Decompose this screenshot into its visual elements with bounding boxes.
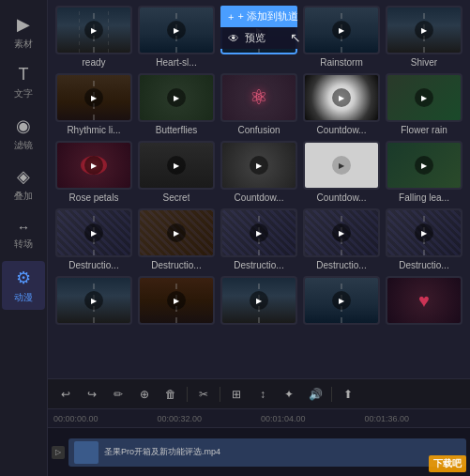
star-button[interactable]: ✦ [279, 384, 299, 405]
thumb-countdown3[interactable]: ▶ Countdow... [303, 141, 380, 203]
divider3 [331, 387, 332, 402]
thumb-destruction1[interactable]: ▶ Destructio... [55, 208, 132, 270]
thumb-label-secret: Secret [163, 192, 190, 203]
sidebar-item-transition[interactable]: ↔ 转场 [2, 210, 45, 259]
track-thumbnail [74, 441, 99, 464]
play-icon: ▶ [84, 291, 103, 310]
delete-button[interactable]: 🗑 [160, 384, 181, 405]
audio-button[interactable]: 🔊 [305, 384, 326, 405]
sidebar-item-text[interactable]: T 文字 [2, 58, 45, 107]
thumb-butterflies[interactable]: ▶ Butterflies [138, 73, 215, 135]
timeline-track: ▷ 圣果Pro开箱及新功能评选.mp4 [48, 428, 470, 476]
thumb-flower-rain[interactable]: ▶ Flower rain [386, 73, 462, 135]
transition-icon: ↔ [17, 220, 30, 235]
thumb-label-rainstorm: Rainstorm [320, 57, 363, 68]
effects-grid: ▶ ready ▶ Heart-sl... ▶ [48, 0, 470, 378]
sidebar-item-filter[interactable]: ◉ 滤镜 [2, 109, 45, 158]
cut-button[interactable]: ✂ [193, 384, 214, 405]
play-icon: ▶ [167, 291, 186, 310]
track-icon: ▷ [52, 446, 65, 459]
thumb-label-butterflies: Butterflies [156, 125, 197, 135]
ruler-mark-2: 00:01:04.00 [259, 414, 363, 423]
bottom-toolbar: ↩ ↪ ✏ ⊕ 🗑 ✂ ⊞ ↕ ✦ 🔊 ⬆ [48, 378, 470, 408]
track-clip[interactable]: 圣果Pro开箱及新功能评选.mp4 [68, 438, 466, 467]
thumb-selected[interactable]: ▶ + + 添加到轨道 ↖ 👁 预览 [220, 6, 297, 68]
thumb-destruction3[interactable]: ▶ Destructio... [220, 208, 297, 270]
export-button[interactable]: ⬆ [338, 384, 358, 405]
thumb-destruction5[interactable]: ▶ Destructio... [386, 208, 462, 270]
ruler-mark-3: 00:01:36.00 [363, 414, 467, 423]
thumb-countdown1[interactable]: ▶ Countdow... [303, 73, 380, 135]
play-icon: ▶ [250, 223, 268, 242]
thumb-ready[interactable]: ▶ ready [55, 6, 132, 68]
timeline-ruler: 00:00:00.00 00:00:32.00 00:01:04.00 00:0… [48, 409, 470, 428]
thumb-row5-4[interactable]: ▶ [303, 276, 380, 328]
thumb-label-countdown3: Countdow... [317, 192, 367, 203]
sidebar-label-material: 素材 [14, 38, 33, 51]
thumb-label-dest4: Destructio... [316, 260, 366, 270]
thumb-heart-sl[interactable]: ▶ Heart-sl... [138, 6, 215, 68]
preview-label: 预览 [245, 31, 265, 45]
thumb-label-heart-sl: Heart-sl... [156, 57, 196, 68]
plus-icon: + [228, 11, 234, 23]
thumb-destruction4[interactable]: ▶ Destructio... [303, 208, 380, 270]
play-icon: ▶ [84, 88, 103, 107]
divider1 [187, 387, 188, 402]
thumb-label-petals: Rose petals [69, 192, 119, 203]
thumb-label-dest5: Destructio... [399, 260, 448, 270]
thumb-secret[interactable]: ▶ Secret [138, 141, 215, 203]
thumb-heart2[interactable]: ♥ [386, 276, 462, 328]
sidebar-label-effect: 叠加 [14, 190, 33, 203]
edit-button[interactable]: ✏ [108, 384, 129, 405]
thumb-rhythmic[interactable]: ▶ Rhythmic li... [55, 73, 132, 135]
play-icon: ▶ [167, 156, 186, 175]
add-button[interactable]: ⊕ [134, 384, 155, 405]
thumb-label-shiver: Shiver [411, 57, 437, 68]
thumb-label-confusion: Confusion [237, 125, 280, 135]
ruler-mark-1: 00:00:32.00 [156, 414, 260, 423]
thumb-destruction2[interactable]: ▶ Destructio... [138, 208, 215, 270]
play-icon: ▶ [415, 156, 433, 175]
thumb-label-falling: Falling lea... [399, 192, 449, 203]
main-panel: ▶ ready ▶ Heart-sl... ▶ [48, 0, 470, 476]
heart-icon: ♥ [418, 290, 430, 312]
play-icon: ▶ [84, 156, 103, 175]
thumb-row5-1[interactable]: ▶ [55, 276, 132, 328]
thumb-label-dest2: Destructio... [151, 260, 201, 270]
thumb-rose-petals[interactable]: ▶ Rose petals [55, 141, 132, 203]
play-icon: ▶ [167, 21, 186, 39]
redo-button[interactable]: ↪ [82, 384, 102, 405]
sidebar: ▶ 素材 T 文字 ◉ 滤镜 ◈ 叠加 ↔ 转场 ⚙ 动漫 [0, 0, 48, 476]
thumb-row5-2[interactable]: ▶ [138, 276, 215, 328]
thumb-confusion[interactable]: ⚛ Confusion [220, 73, 297, 135]
play-icon: ▶ [332, 88, 351, 107]
play-icon: ▶ [415, 21, 433, 39]
thumb-shiver[interactable]: ▶ Shiver [386, 6, 462, 68]
preview-button[interactable]: 👁 预览 [220, 27, 297, 49]
undo-button[interactable]: ↩ [55, 384, 76, 405]
thumb-row5-3[interactable]: ▶ [220, 276, 297, 328]
play-icon: ▶ [415, 88, 433, 107]
play-icon: ▶ [332, 291, 351, 310]
resize-button[interactable]: ↕ [252, 384, 273, 405]
sidebar-item-animation[interactable]: ⚙ 动漫 [2, 261, 45, 310]
divider2 [220, 387, 220, 402]
sidebar-label-filter: 滤镜 [14, 139, 33, 152]
sidebar-item-effect[interactable]: ◈ 叠加 [2, 160, 45, 208]
sidebar-item-material[interactable]: ▶ 素材 [2, 8, 45, 56]
thumb-rainstorm[interactable]: ▶ Rainstorm [303, 6, 380, 68]
thumb-countdown2[interactable]: ▶ Countdow... [220, 141, 297, 203]
thumb-falling[interactable]: ▶ Falling lea... [386, 141, 462, 203]
play-icon: ▶ [332, 156, 351, 175]
text-icon: T [19, 65, 29, 84]
thumb-label-countdown1: Countdow... [317, 125, 367, 135]
play-icon: ▶ [332, 21, 351, 39]
play-icon: ▶ [84, 223, 103, 242]
grid-button[interactable]: ⊞ [226, 384, 247, 405]
track-filename: 圣果Pro开箱及新功能评选.mp4 [104, 446, 220, 458]
thumb-label-rhythmic: Rhythmic li... [67, 125, 120, 135]
thumb-label-ready: ready [82, 57, 105, 68]
ruler-mark-0: 00:00:00.00 [52, 414, 156, 423]
add-to-track-button[interactable]: + + 添加到轨道 ↖ [220, 6, 297, 27]
filter-icon: ◉ [16, 115, 31, 136]
